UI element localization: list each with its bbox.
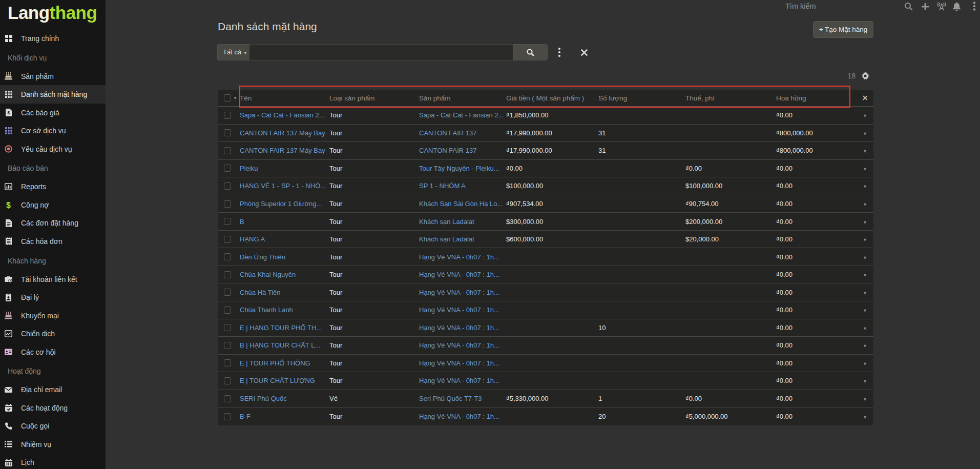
svg-text:$: $ [6, 201, 11, 209]
svg-text:$: $ [7, 110, 10, 115]
